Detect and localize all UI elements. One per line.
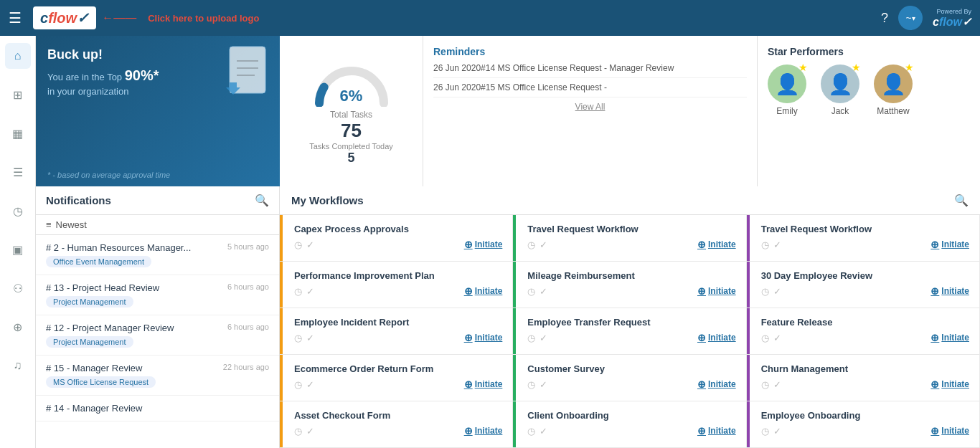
sidebar-item-headset[interactable]: ♫	[5, 353, 31, 378]
initiate-button-13[interactable]: ⊕ Initiate	[464, 425, 503, 437]
initiate-button-6[interactable]: ⊕ Initiate	[930, 285, 969, 297]
workflow-cell-4: Performance Improvement Plan ◷ ✓ ⊕ Initi…	[280, 262, 513, 308]
plus-icon: ⊕	[930, 425, 939, 437]
workflow-name-12: Churn Management	[757, 363, 969, 374]
notif-search-icon[interactable]: 🔍	[255, 194, 269, 207]
sidebar-item-clock[interactable]: ◷	[5, 198, 31, 224]
sidebar-item-grid[interactable]: ⊞	[5, 82, 31, 108]
notif-item-title-5: # 14 - Manager Review	[46, 403, 142, 414]
check-icon: ✓	[540, 333, 547, 343]
sidebar-item-calendar[interactable]: ▦	[5, 120, 31, 146]
help-icon[interactable]: ?	[881, 11, 888, 26]
star-name-matthew: Matthew	[877, 106, 909, 116]
sidebar-item-people[interactable]: ⚇	[5, 275, 31, 301]
initiate-button-10[interactable]: ⊕ Initiate	[464, 378, 503, 390]
banner-sub-line2: in your organization	[47, 86, 128, 97]
initiate-button-11[interactable]: ⊕ Initiate	[697, 378, 736, 390]
initiate-label: Initiate	[941, 239, 969, 249]
workflow-actions-7: ◷ ✓ ⊕ Initiate	[290, 332, 502, 343]
workflow-name-4: Performance Improvement Plan	[290, 270, 502, 281]
workflow-icons-13: ◷ ✓	[294, 426, 314, 437]
check-icon: ✓	[540, 239, 547, 250]
initiate-button-15[interactable]: ⊕ Initiate	[930, 425, 969, 437]
gauge-percent: 6%	[340, 87, 363, 105]
workflow-actions-13: ◷ ✓ ⊕ Initiate	[290, 425, 502, 437]
notif-item-4[interactable]: # 15 - Manager Review 22 hours ago MS Of…	[36, 356, 279, 396]
workflow-icons-12: ◷ ✓	[761, 379, 781, 390]
plus-icon: ⊕	[930, 332, 939, 343]
completed-label: Tasks Completed Today	[309, 142, 393, 151]
workflow-name-13: Asset Checkout Form	[290, 410, 502, 421]
initiate-button-2[interactable]: ⊕ Initiate	[697, 239, 736, 250]
sidebar-item-report[interactable]: ☰	[5, 159, 31, 185]
initiate-label: Initiate	[941, 286, 969, 296]
star-performers-title: Star Performers	[768, 46, 970, 57]
initiate-button-12[interactable]: ⊕ Initiate	[930, 378, 969, 390]
notif-filter[interactable]: ≡ Newest	[36, 215, 279, 235]
workflow-name-7: Employee Incident Report	[290, 317, 502, 328]
workflow-name-3: Travel Request Workflow	[757, 224, 969, 234]
notif-item-time-1: 5 hours ago	[227, 242, 269, 251]
filter-icon: ≡	[46, 219, 52, 230]
workflow-name-5: Mileage Reimbursement	[523, 270, 735, 281]
initiate-button-1[interactable]: ⊕ Initiate	[464, 239, 503, 250]
sidebar-item-inbox[interactable]: ▣	[5, 237, 31, 262]
initiate-button-4[interactable]: ⊕ Initiate	[464, 285, 503, 297]
notif-tag-3: Project Management	[46, 336, 133, 348]
workflow-cell-12: Churn Management ◷ ✓ ⊕ Initiate	[747, 355, 980, 401]
workflow-name-14: Client Onboarding	[523, 410, 735, 421]
initiate-button-5[interactable]: ⊕ Initiate	[697, 285, 736, 297]
plus-icon: ⊕	[697, 378, 706, 390]
plus-icon: ⊕	[697, 239, 706, 250]
check-icon: ✓	[306, 426, 314, 437]
notif-item-title-2: # 13 - Project Head Review	[46, 282, 159, 293]
notif-item-1[interactable]: # 2 - Human Resources Manager... 5 hours…	[36, 235, 279, 275]
user-avatar-button[interactable]: ~ ▾	[898, 6, 923, 30]
star-badge-jack: ★	[852, 62, 861, 73]
initiate-button-9[interactable]: ⊕ Initiate	[930, 332, 969, 343]
check-icon: ✓	[773, 426, 781, 437]
initiate-label: Initiate	[708, 333, 736, 343]
initiate-button-14[interactable]: ⊕ Initiate	[697, 425, 736, 437]
star-person-emily: 👤 ★ Emily	[768, 65, 806, 116]
initiate-label: Initiate	[475, 379, 503, 389]
notif-item-title-1: # 2 - Human Resources Manager...	[46, 242, 191, 253]
workflow-actions-5: ◷ ✓ ⊕ Initiate	[523, 285, 735, 297]
initiate-label: Initiate	[708, 379, 736, 389]
clock-icon: ◷	[294, 239, 302, 250]
workflows-search-icon[interactable]: 🔍	[954, 194, 969, 207]
notif-item-2[interactable]: # 13 - Project Head Review 6 hours ago P…	[36, 275, 279, 315]
view-all-reminders[interactable]: View All	[433, 102, 747, 112]
workflow-icons-14: ◷ ✓	[527, 426, 547, 437]
workflow-actions-1: ◷ ✓ ⊕ Initiate	[290, 239, 502, 250]
hamburger-icon[interactable]: ☰	[9, 9, 22, 27]
initiate-button-3[interactable]: ⊕ Initiate	[930, 239, 969, 250]
upload-hint-text[interactable]: Click here to upload logo	[148, 13, 259, 24]
workflows-header: My Workflows 🔍	[280, 186, 980, 215]
notif-item-3[interactable]: # 12 - Project Manager Review 6 hours ag…	[36, 315, 279, 356]
workflow-actions-15: ◷ ✓ ⊕ Initiate	[757, 425, 969, 437]
notifications-panel: Notifications 🔍 ≡ Newest # 2 - Human Res…	[36, 186, 280, 448]
workflow-cell-9: Feature Release ◷ ✓ ⊕ Initiate	[747, 308, 980, 355]
initiate-label: Initiate	[475, 333, 503, 343]
initiate-button-7[interactable]: ⊕ Initiate	[464, 332, 503, 343]
reminder-item-1: 26 Jun 2020#14 MS Office License Request…	[433, 63, 747, 78]
notif-tag-4: MS Office License Request	[46, 376, 156, 388]
notif-item-5[interactable]: # 14 - Manager Review	[36, 396, 279, 421]
workflow-icons-3: ◷ ✓	[761, 239, 781, 250]
star-badge-matthew: ★	[905, 62, 914, 73]
notif-item-time-3: 6 hours ago	[227, 323, 269, 331]
clock-icon: ◷	[527, 333, 535, 343]
initiate-button-8[interactable]: ⊕ Initiate	[697, 332, 736, 343]
plus-icon: ⊕	[464, 378, 473, 390]
workflow-cell-2: Travel Request Workflow ◷ ✓ ⊕ Initiate	[513, 215, 746, 262]
workflow-cell-11: Customer Survey ◷ ✓ ⊕ Initiate	[513, 355, 746, 401]
logo-box[interactable]: cflow✓	[33, 6, 96, 29]
clock-icon: ◷	[527, 239, 535, 250]
workflow-name-2: Travel Request Workflow	[523, 224, 735, 234]
sidebar-item-globe[interactable]: ⊕	[5, 314, 31, 340]
powered-label: Powered By	[936, 8, 971, 15]
sidebar-item-home[interactable]: ⌂	[5, 43, 31, 69]
initiate-label: Initiate	[708, 426, 736, 436]
workflow-actions-6: ◷ ✓ ⊕ Initiate	[757, 285, 969, 297]
